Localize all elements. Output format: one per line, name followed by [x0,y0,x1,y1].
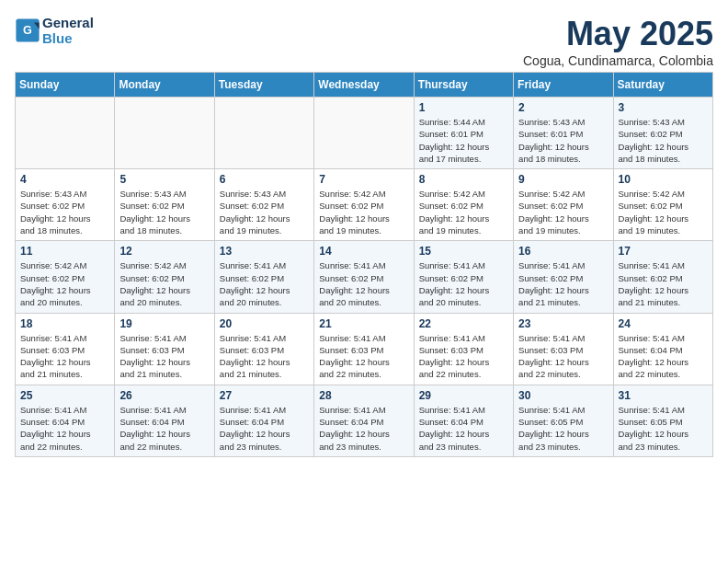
calendar-day-cell: 20Sunrise: 5:41 AM Sunset: 6:03 PM Dayli… [214,313,313,385]
day-number: 14 [319,245,408,258]
day-info: Sunrise: 5:41 AM Sunset: 6:04 PM Dayligh… [220,404,309,453]
location: Cogua, Cundinamarca, Colombia [523,53,713,68]
day-number: 17 [619,245,708,258]
logo-line1: General [42,15,94,30]
day-number: 29 [419,389,508,402]
page-header: G General Blue May 2025 Cogua, Cundinama… [15,15,713,68]
day-number: 31 [619,389,708,402]
calendar-day-cell: 28Sunrise: 5:41 AM Sunset: 6:04 PM Dayli… [314,385,414,456]
weekday-header-saturday: Saturday [613,73,712,98]
day-info: Sunrise: 5:41 AM Sunset: 6:02 PM Dayligh… [619,259,708,308]
calendar-day-cell: 25Sunrise: 5:41 AM Sunset: 6:04 PM Dayli… [16,385,115,456]
calendar-day-cell [16,98,115,169]
day-info: Sunrise: 5:41 AM Sunset: 6:02 PM Dayligh… [419,259,508,308]
calendar-day-cell: 31Sunrise: 5:41 AM Sunset: 6:05 PM Dayli… [613,385,712,456]
calendar-week-row: 11Sunrise: 5:42 AM Sunset: 6:02 PM Dayli… [16,241,713,313]
day-number: 2 [518,101,608,114]
day-info: Sunrise: 5:41 AM Sunset: 6:02 PM Dayligh… [319,259,408,308]
calendar-day-cell: 30Sunrise: 5:41 AM Sunset: 6:05 PM Dayli… [514,385,613,456]
calendar-day-cell: 13Sunrise: 5:41 AM Sunset: 6:02 PM Dayli… [214,241,313,313]
day-number: 28 [319,389,408,402]
calendar-day-cell: 26Sunrise: 5:41 AM Sunset: 6:04 PM Dayli… [115,385,214,456]
day-number: 7 [319,173,408,186]
day-number: 12 [119,245,209,258]
calendar-day-cell: 14Sunrise: 5:41 AM Sunset: 6:02 PM Dayli… [314,241,414,313]
day-info: Sunrise: 5:42 AM Sunset: 6:02 PM Dayligh… [419,188,508,236]
weekday-header-thursday: Thursday [414,73,513,98]
weekday-header-row: SundayMondayTuesdayWednesdayThursdayFrid… [16,73,713,98]
day-number: 25 [20,389,109,402]
calendar-table: SundayMondayTuesdayWednesdayThursdayFrid… [15,72,713,457]
logo-icon: G [15,17,40,43]
day-info: Sunrise: 5:41 AM Sunset: 6:04 PM Dayligh… [419,404,508,453]
calendar-day-cell: 19Sunrise: 5:41 AM Sunset: 6:03 PM Dayli… [115,313,214,385]
day-info: Sunrise: 5:43 AM Sunset: 6:02 PM Dayligh… [619,116,708,165]
weekday-header-sunday: Sunday [16,73,115,98]
calendar-day-cell: 1Sunrise: 5:44 AM Sunset: 6:01 PM Daylig… [414,98,513,169]
day-info: Sunrise: 5:42 AM Sunset: 6:02 PM Dayligh… [518,188,608,236]
day-number: 24 [619,317,708,330]
day-info: Sunrise: 5:41 AM Sunset: 6:03 PM Dayligh… [20,332,109,381]
calendar-day-cell [115,98,214,169]
day-number: 16 [518,245,608,258]
calendar-day-cell: 8Sunrise: 5:42 AM Sunset: 6:02 PM Daylig… [414,169,513,241]
day-info: Sunrise: 5:41 AM Sunset: 6:04 PM Dayligh… [20,404,109,453]
day-info: Sunrise: 5:41 AM Sunset: 6:02 PM Dayligh… [220,259,309,308]
day-number: 1 [419,101,508,114]
day-info: Sunrise: 5:41 AM Sunset: 6:04 PM Dayligh… [319,404,408,453]
day-info: Sunrise: 5:41 AM Sunset: 6:03 PM Dayligh… [220,332,309,381]
day-info: Sunrise: 5:42 AM Sunset: 6:02 PM Dayligh… [319,188,408,236]
day-info: Sunrise: 5:41 AM Sunset: 6:02 PM Dayligh… [518,259,608,308]
month-title: May 2025 [523,15,713,53]
day-number: 5 [119,173,209,186]
weekday-header-friday: Friday [514,73,613,98]
day-info: Sunrise: 5:42 AM Sunset: 6:02 PM Dayligh… [619,188,708,236]
day-number: 4 [20,173,109,186]
day-number: 11 [20,245,109,258]
calendar-week-row: 1Sunrise: 5:44 AM Sunset: 6:01 PM Daylig… [16,98,713,169]
day-info: Sunrise: 5:42 AM Sunset: 6:02 PM Dayligh… [20,259,109,308]
calendar-day-cell: 21Sunrise: 5:41 AM Sunset: 6:03 PM Dayli… [314,313,414,385]
day-info: Sunrise: 5:41 AM Sunset: 6:04 PM Dayligh… [119,404,209,453]
day-number: 20 [220,317,309,330]
day-number: 30 [518,389,608,402]
day-number: 19 [119,317,209,330]
calendar-week-row: 18Sunrise: 5:41 AM Sunset: 6:03 PM Dayli… [16,313,713,385]
calendar-day-cell: 7Sunrise: 5:42 AM Sunset: 6:02 PM Daylig… [314,169,414,241]
day-info: Sunrise: 5:41 AM Sunset: 6:03 PM Dayligh… [319,332,408,381]
calendar-day-cell: 15Sunrise: 5:41 AM Sunset: 6:02 PM Dayli… [414,241,513,313]
day-info: Sunrise: 5:43 AM Sunset: 6:02 PM Dayligh… [220,188,309,236]
day-info: Sunrise: 5:42 AM Sunset: 6:02 PM Dayligh… [119,259,209,308]
logo: G General Blue [15,15,94,46]
calendar-day-cell: 24Sunrise: 5:41 AM Sunset: 6:04 PM Dayli… [613,313,712,385]
day-number: 21 [319,317,408,330]
weekday-header-tuesday: Tuesday [214,73,313,98]
calendar-day-cell: 23Sunrise: 5:41 AM Sunset: 6:03 PM Dayli… [514,313,613,385]
calendar-day-cell: 18Sunrise: 5:41 AM Sunset: 6:03 PM Dayli… [16,313,115,385]
calendar-day-cell: 12Sunrise: 5:42 AM Sunset: 6:02 PM Dayli… [115,241,214,313]
day-info: Sunrise: 5:43 AM Sunset: 6:01 PM Dayligh… [518,116,608,165]
day-info: Sunrise: 5:41 AM Sunset: 6:03 PM Dayligh… [419,332,508,381]
calendar-day-cell: 22Sunrise: 5:41 AM Sunset: 6:03 PM Dayli… [414,313,513,385]
day-number: 10 [619,173,708,186]
day-number: 18 [20,317,109,330]
day-number: 26 [119,389,209,402]
calendar-day-cell: 10Sunrise: 5:42 AM Sunset: 6:02 PM Dayli… [613,169,712,241]
calendar-day-cell: 17Sunrise: 5:41 AM Sunset: 6:02 PM Dayli… [613,241,712,313]
day-info: Sunrise: 5:43 AM Sunset: 6:02 PM Dayligh… [20,188,109,236]
weekday-header-monday: Monday [115,73,214,98]
logo-line2: Blue [42,30,94,46]
calendar-day-cell: 5Sunrise: 5:43 AM Sunset: 6:02 PM Daylig… [115,169,214,241]
calendar-day-cell: 4Sunrise: 5:43 AM Sunset: 6:02 PM Daylig… [16,169,115,241]
day-info: Sunrise: 5:44 AM Sunset: 6:01 PM Dayligh… [419,116,508,165]
calendar-week-row: 25Sunrise: 5:41 AM Sunset: 6:04 PM Dayli… [16,385,713,456]
day-number: 23 [518,317,608,330]
calendar-week-row: 4Sunrise: 5:43 AM Sunset: 6:02 PM Daylig… [16,169,713,241]
day-info: Sunrise: 5:41 AM Sunset: 6:05 PM Dayligh… [518,404,608,453]
calendar-day-cell: 3Sunrise: 5:43 AM Sunset: 6:02 PM Daylig… [613,98,712,169]
day-info: Sunrise: 5:41 AM Sunset: 6:03 PM Dayligh… [518,332,608,381]
day-info: Sunrise: 5:43 AM Sunset: 6:02 PM Dayligh… [119,188,209,236]
day-number: 8 [419,173,508,186]
day-number: 27 [220,389,309,402]
day-number: 13 [220,245,309,258]
